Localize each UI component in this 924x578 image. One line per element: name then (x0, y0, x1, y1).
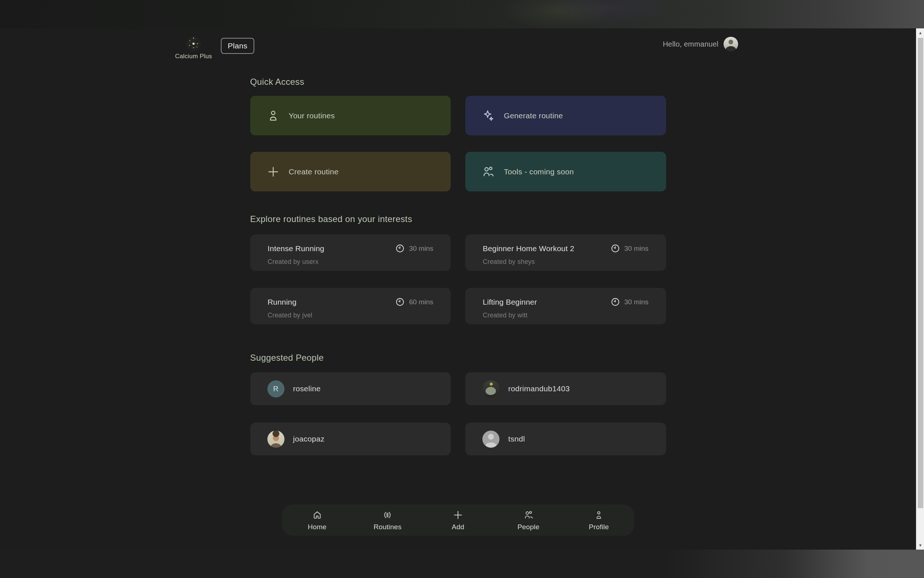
avatar-placeholder (482, 430, 500, 448)
routine-name: Beginner Home Workout 2 (483, 244, 610, 253)
clock-icon (610, 297, 620, 307)
user-avatar[interactable] (723, 37, 738, 51)
avatar (482, 380, 500, 398)
nav-label: Add (452, 523, 464, 531)
routine-mins: 60 mins (409, 298, 433, 306)
plus-icon (453, 510, 463, 521)
nav-label: Profile (589, 523, 609, 531)
person-name: rodrimandub1403 (508, 384, 570, 393)
header: Calcium Plus Plans Hello, emmanuel (178, 36, 738, 60)
scrollbar-down-arrow[interactable]: ▼ (916, 541, 924, 550)
person-card-rodrimandub1403[interactable]: rodrimandub1403 (465, 372, 666, 405)
avatar: R (267, 380, 285, 398)
avatar (267, 430, 285, 448)
people-icon (481, 165, 495, 179)
routine-name: Lifting Beginner (483, 298, 610, 307)
atom-logo-icon (186, 36, 202, 52)
routine-creator: Created by userx (268, 258, 434, 266)
nav-item-routines[interactable]: Routines (353, 510, 423, 531)
routine-name: Intense Running (268, 244, 395, 253)
routine-duration: 30 mins (610, 244, 649, 253)
sparkles-icon (481, 109, 495, 123)
routine-creator: Created by jvel (268, 312, 434, 319)
routine-duration: 60 mins (395, 297, 433, 307)
card-label: Your routines (289, 111, 335, 120)
greeting-text: Hello, emmanuel (663, 40, 718, 49)
clock-icon (610, 244, 620, 253)
nav-label: Routines (374, 523, 401, 531)
nav-label: People (517, 523, 539, 531)
scrollbar-thumb[interactable] (918, 38, 923, 508)
brand-logo[interactable]: Calcium Plus (178, 36, 209, 60)
people-icon (523, 510, 534, 521)
create-routine-card[interactable]: Create routine (250, 152, 451, 192)
clock-icon (395, 244, 405, 253)
app-viewport: Calcium Plus Plans Hello, emmanuel Quick… (0, 28, 916, 536)
brand-name: Calcium Plus (175, 53, 212, 60)
person-name: joacopaz (293, 435, 325, 443)
header-left: Calcium Plus Plans (178, 36, 254, 60)
routine-card-running[interactable]: Running 60 mins Created by jvel (250, 288, 451, 324)
nav-item-profile[interactable]: Profile (563, 510, 634, 531)
avatar-initial: R (273, 385, 278, 393)
profile-icon (594, 510, 604, 521)
person-card-tsndl[interactable]: tsndl (465, 422, 666, 455)
quick-access-grid: Your routines Generate routine (250, 96, 666, 192)
routine-mins: 30 mins (624, 298, 649, 306)
your-routines-card[interactable]: Your routines (250, 96, 451, 135)
bottom-nav: Home Routines (282, 505, 634, 536)
explore-title: Explore routines based on your interests (250, 214, 666, 224)
quick-access-title: Quick Access (250, 77, 666, 87)
routine-card-top: Lifting Beginner 30 mins (483, 297, 649, 307)
vertical-scrollbar[interactable]: ▲ ▼ (916, 28, 924, 550)
routine-card-top: Intense Running 30 mins (268, 244, 434, 253)
header-right: Hello, emmanuel (663, 37, 738, 51)
routine-creator: Created by witt (483, 312, 649, 319)
routine-card-lifting-beginner[interactable]: Lifting Beginner 30 mins Created by witt (465, 288, 666, 324)
home-icon (312, 510, 322, 521)
main-content: Quick Access Your routines (250, 77, 666, 536)
suggested-people-title: Suggested People (250, 353, 666, 363)
routine-card-top: Running 60 mins (268, 297, 434, 307)
person-card-joacopaz[interactable]: joacopaz (250, 422, 451, 455)
tools-card[interactable]: Tools - coming soon (465, 152, 666, 192)
routine-duration: 30 mins (610, 297, 649, 307)
card-label: Create routine (289, 167, 339, 176)
nav-item-home[interactable]: Home (282, 510, 353, 531)
clock-icon (395, 297, 405, 307)
dumbbell-icon (382, 510, 393, 521)
app-screen: Calcium Plus Plans Hello, emmanuel Quick… (0, 0, 924, 578)
top-ambient-band (0, 0, 924, 28)
bottom-ambient-strip (0, 550, 924, 578)
person-name: tsndl (508, 435, 525, 443)
plans-button[interactable]: Plans (221, 38, 254, 54)
people-grid: R roseline rodrimandub1403 joacopaz tsnd… (250, 372, 666, 455)
person-icon (266, 109, 280, 123)
card-label: Tools - coming soon (504, 167, 574, 176)
routine-creator: Created by sheys (483, 258, 649, 266)
plus-icon (266, 165, 280, 179)
routine-card-top: Beginner Home Workout 2 30 mins (483, 244, 649, 253)
nav-item-people[interactable]: People (493, 510, 564, 531)
routine-card-beginner-home-workout[interactable]: Beginner Home Workout 2 30 mins Created … (465, 234, 666, 271)
person-name: roseline (293, 384, 321, 393)
routine-mins: 30 mins (624, 245, 649, 253)
nav-label: Home (308, 523, 326, 531)
routine-grid: Intense Running 30 mins Created by userx (250, 234, 666, 324)
nav-item-add[interactable]: Add (423, 510, 493, 531)
generate-routine-card[interactable]: Generate routine (465, 96, 666, 135)
routine-mins: 30 mins (409, 245, 433, 253)
scrollbar-up-arrow[interactable]: ▲ (916, 28, 924, 37)
card-label: Generate routine (504, 111, 563, 120)
person-card-roseline[interactable]: R roseline (250, 372, 451, 405)
routine-duration: 30 mins (395, 244, 433, 253)
routine-name: Running (268, 298, 395, 307)
routine-card-intense-running[interactable]: Intense Running 30 mins Created by userx (250, 234, 451, 271)
